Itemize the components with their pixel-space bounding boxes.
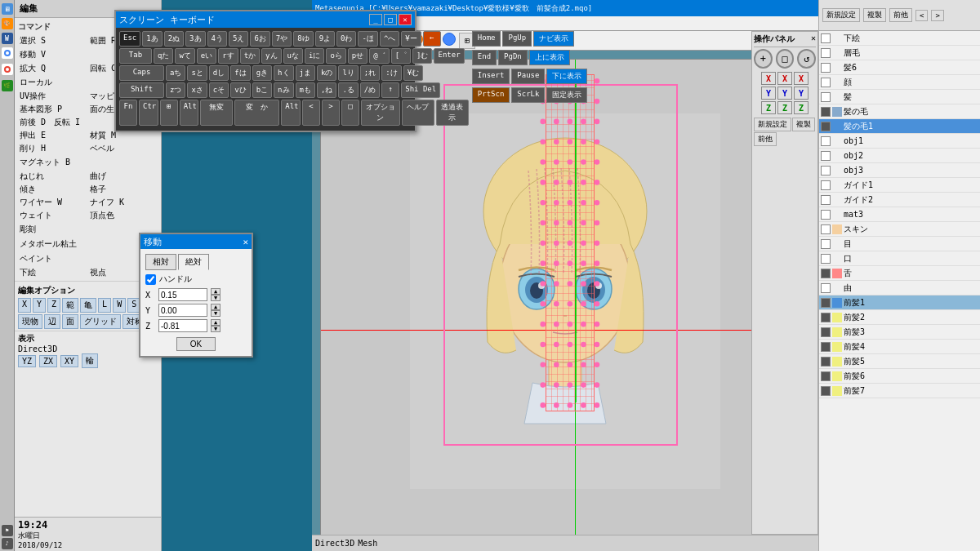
kb-backspace[interactable]: ← [423, 31, 441, 47]
kb-3[interactable]: 3あ [185, 31, 205, 47]
ops-plus-btn[interactable]: + [754, 49, 773, 69]
kb-fixed-display[interactable]: 固定表示 [546, 87, 587, 103]
layer-item[interactable]: 前髪7 [819, 384, 980, 398]
cmd-select[interactable]: 選択 S [18, 34, 87, 47]
keyboard-minimize-btn[interactable]: _ [369, 14, 382, 25]
layer-cb[interactable] [821, 283, 831, 293]
ok-button[interactable]: OK [176, 337, 216, 351]
kb-lt[interactable]: < [302, 100, 320, 126]
layer-item[interactable]: 顔 [819, 75, 980, 90]
ops-square-btn[interactable]: □ [776, 49, 795, 69]
right-new-btn[interactable]: 新規設定 [822, 8, 860, 22]
opt-turtle[interactable]: 亀 [80, 298, 96, 313]
spin-x-up[interactable]: ▲ [211, 288, 220, 295]
cmd-paint[interactable]: ペイント [18, 252, 54, 265]
cmd-uv[interactable]: UV操作 [18, 90, 87, 103]
layer-item[interactable]: 髪 [819, 90, 980, 104]
taskbar-icon-paint[interactable]: 🎨 [2, 18, 13, 29]
layer-cb[interactable] [821, 313, 831, 322]
kb-minus[interactable]: -ほ [358, 31, 377, 47]
layer-cb[interactable] [821, 298, 831, 308]
layer-cb[interactable] [821, 386, 831, 396]
kb-square[interactable]: □ [341, 100, 359, 126]
layer-cb[interactable] [821, 342, 831, 352]
kb-w[interactable]: wて [175, 48, 194, 64]
kb-v[interactable]: vひ [230, 82, 250, 98]
kb-l[interactable]: lり [338, 65, 358, 81]
kb-b[interactable]: bこ [252, 82, 272, 98]
opt-face[interactable]: 面 [62, 314, 78, 329]
disp-rim[interactable]: 輪 [82, 353, 98, 368]
kb-alt[interactable]: Alt [180, 100, 199, 126]
kb-pgdn[interactable]: PgDn [498, 50, 528, 65]
opt-y[interactable]: Y [33, 298, 46, 313]
spin-z-down[interactable]: ▼ [211, 326, 220, 332]
kb-home[interactable]: Home [472, 31, 501, 47]
kb-j[interactable]: jま [296, 65, 315, 81]
layer-item[interactable]: 下絵 [819, 31, 980, 46]
cmd-lattice[interactable]: 格子 [88, 183, 158, 196]
kb-gt[interactable]: > [322, 100, 340, 126]
layer-item[interactable]: ガイド1 [819, 178, 980, 193]
layer-cb[interactable] [821, 254, 831, 264]
spin-z-up[interactable]: ▲ [211, 319, 220, 326]
kb-p[interactable]: pせ [348, 48, 368, 64]
layer-item[interactable]: 前髪5 [819, 354, 980, 369]
layer-cb[interactable] [821, 151, 831, 161]
layer-item[interactable]: 前髪3 [819, 325, 980, 340]
kb-c[interactable]: cそ [209, 82, 229, 98]
layer-item[interactable]: obj1 [819, 134, 980, 149]
layer-item[interactable]: 髪の毛 [819, 104, 980, 119]
kb-help[interactable]: ヘルプ [402, 100, 434, 126]
kb-u[interactable]: uな [283, 48, 303, 64]
ops-new-btn[interactable]: 新規設定 [754, 118, 791, 131]
handle-checkbox[interactable] [145, 274, 156, 285]
kb-top-display[interactable]: 上に表示 [529, 50, 570, 65]
layer-cb[interactable] [821, 92, 831, 102]
input-z[interactable] [158, 319, 207, 332]
kb-alt2[interactable]: Alt [281, 100, 301, 126]
kb-4[interactable]: 4う [207, 31, 227, 47]
kb-scrlk[interactable]: ScrLk [511, 87, 545, 103]
kb-colon[interactable]: :け [381, 65, 401, 81]
kb-k[interactable]: kの [317, 65, 336, 81]
cmd-carve[interactable]: 削り H [18, 142, 87, 155]
kb-f[interactable]: fは [230, 65, 250, 81]
layer-cb[interactable] [821, 33, 831, 43]
kb-h[interactable]: hく [274, 65, 293, 81]
cmd-bend[interactable]: 曲げ [88, 170, 158, 183]
kb-navi[interactable]: ナビ表示 [533, 31, 574, 47]
kb-ctrl[interactable]: Ctr [139, 100, 158, 126]
cmd-tilt[interactable]: 傾き [18, 183, 87, 196]
kb-5[interactable]: 5え [229, 31, 248, 47]
layer-cb[interactable] [821, 48, 831, 58]
kb-d[interactable]: dし [209, 65, 229, 81]
layer-cb[interactable] [821, 180, 831, 190]
kb-1[interactable]: 1あ [142, 31, 162, 47]
axis-z1[interactable]: Z [761, 101, 776, 114]
kb-i[interactable]: iに [305, 48, 324, 64]
layer-cb[interactable] [821, 107, 831, 117]
layer-cb[interactable] [821, 122, 831, 131]
axis-x2[interactable]: X [777, 72, 792, 85]
taskbar-sound[interactable]: ♪ [2, 538, 13, 549]
kb-caret[interactable]: ^へ [380, 31, 399, 47]
kb-s[interactable]: sと [187, 65, 207, 81]
axis-y1[interactable]: Y [761, 87, 776, 100]
layer-item[interactable]: 前髪6 [819, 369, 980, 384]
kb-q[interactable]: qた [154, 48, 173, 64]
layer-item[interactable]: 前髪4 [819, 340, 980, 354]
cmd-wire[interactable]: ワイヤー W [18, 196, 87, 209]
layer-cb[interactable] [821, 357, 831, 367]
kb-z[interactable]: zつ [166, 82, 185, 98]
layer-cb[interactable] [821, 78, 831, 87]
axis-y3[interactable]: Y [794, 87, 808, 100]
opt-x[interactable]: X [18, 298, 31, 313]
kb-y[interactable]: yん [261, 48, 281, 64]
layer-item[interactable]: obj2 [819, 149, 980, 163]
kb-8[interactable]: 8ゆ [293, 31, 313, 47]
cmd-scale[interactable]: 拡大 Q [18, 62, 87, 75]
ops-other-btn[interactable]: 前他 [754, 132, 777, 146]
spin-y-up[interactable]: ▲ [211, 304, 220, 310]
kb-2[interactable]: 2ぬ [164, 31, 184, 47]
